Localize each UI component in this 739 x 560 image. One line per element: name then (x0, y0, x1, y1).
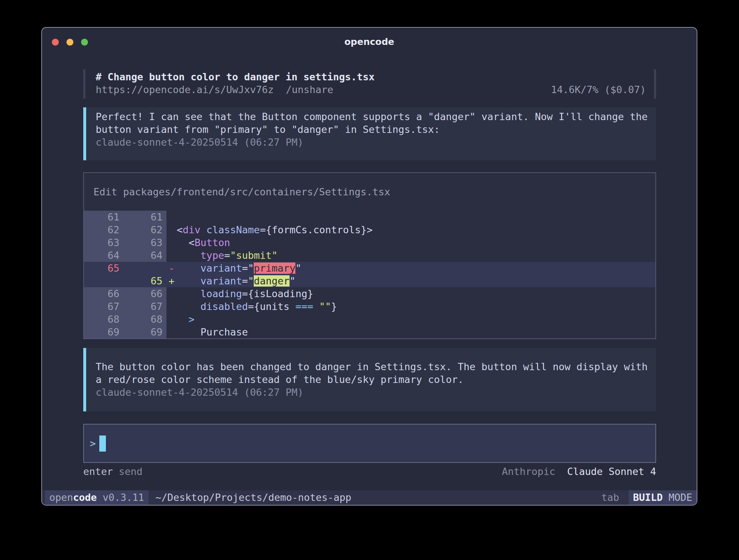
diff-new-line-number: 63 (125, 236, 166, 249)
diff-change-marker (166, 326, 177, 338)
unshare-command[interactable]: /unshare (286, 83, 333, 96)
diff-change-marker (166, 223, 177, 236)
code-token: primary (254, 262, 295, 274)
session-header: # Change button color to danger in setti… (83, 69, 656, 99)
assistant-message: The button color has been changed to dan… (83, 348, 656, 411)
message-line: The button color has been changed to dan… (96, 360, 649, 373)
diff-old-line-number: 62 (84, 223, 125, 236)
window-titlebar: opencode (42, 28, 697, 69)
diff-code-line: <Button (177, 236, 655, 249)
diff-row: 6767 disabled={units === ""} (84, 300, 655, 313)
diff-new-line-number (125, 262, 166, 275)
diff-row: 6969 Purchase (84, 326, 655, 338)
diff-code-line: type="submit" (177, 249, 655, 262)
code-token (313, 301, 319, 312)
code-token (177, 314, 189, 325)
model-indicator: Anthropic Claude Sonnet 4 (502, 465, 656, 478)
send-action-hint: send (119, 465, 142, 478)
code-token: Button (195, 237, 230, 248)
diff-change-marker (166, 300, 177, 313)
message-model-timestamp: claude-sonnet-4-20250514 (06:27 PM) (96, 136, 649, 149)
diff-old-line-number: 68 (84, 313, 125, 326)
model-name: Claude Sonnet 4 (567, 466, 656, 477)
diff-row: 65+ variant="danger" (84, 275, 655, 287)
message-line: button variant from "primary" to "danger… (96, 123, 649, 136)
code-token: div (183, 224, 200, 235)
code-token: loading (200, 288, 242, 299)
share-url-link[interactable]: https://opencode.ai/s/UwJxv76z (96, 83, 274, 96)
hint-bar: enter send Anthropic Claude Sonnet 4 (83, 465, 656, 478)
code-token (177, 262, 200, 274)
diff-old-line-number: 65 (84, 262, 125, 275)
diff-new-line-number: 66 (125, 287, 166, 300)
mode-label-bold: BUILD (633, 492, 663, 503)
diff-old-line-number: 69 (84, 326, 125, 338)
diff-code-line: > (177, 313, 655, 326)
diff-row: 6161 (84, 211, 655, 223)
code-token (177, 250, 200, 261)
diff-new-line-number: 69 (125, 326, 166, 338)
code-token: Purchase (177, 326, 248, 338)
diff-old-line-number: 66 (84, 287, 125, 300)
diff-file-header: Edit packages/frontend/src/containers/Se… (84, 173, 655, 211)
window-title: opencode (42, 37, 697, 47)
message-line: a red/rose color scheme instead of the b… (96, 373, 649, 386)
enter-key-hint: enter (83, 465, 113, 478)
diff-old-line-number: 64 (84, 249, 125, 262)
code-token: } (331, 301, 337, 312)
token-usage-cost: 14.6K/7% ($0.07) (551, 83, 646, 96)
tab-key-hint: tab (601, 490, 619, 505)
diff-change-marker (166, 249, 177, 262)
edit-diff-panel: Edit packages/frontend/src/containers/Se… (83, 172, 656, 339)
prompt-input[interactable]: > (83, 424, 656, 463)
code-token: =" (242, 262, 254, 274)
code-token (200, 224, 206, 235)
diff-code-line: loading={isLoading} (177, 287, 655, 300)
code-token: ={formCs.controls}> (260, 224, 373, 235)
diff-new-line-number: 61 (125, 211, 166, 223)
app-version-chip: opencodev0.3.11 (45, 490, 149, 505)
diff-row: 6868 > (84, 313, 655, 326)
diff-old-line-number: 63 (84, 236, 125, 249)
session-subline: https://opencode.ai/s/UwJxv76z /unshare … (96, 83, 646, 96)
statusbar-spacer (351, 490, 601, 505)
diff-new-line-number: 64 (125, 249, 166, 262)
code-token: type (200, 250, 224, 261)
diff-row: 65- variant="primary" (84, 262, 655, 275)
diff-row: 6666 loading={isLoading} (84, 287, 655, 300)
diff-new-line-number: 65 (125, 275, 166, 287)
diff-new-line-number: 62 (125, 223, 166, 236)
session-title: # Change button color to danger in setti… (96, 70, 646, 83)
code-token: > (189, 314, 195, 325)
app-name-bold: code (73, 492, 97, 503)
diff-code-line (177, 211, 655, 223)
code-token (177, 301, 200, 312)
code-token: " (295, 262, 301, 274)
code-token: variant (200, 262, 242, 274)
code-token: < (177, 237, 195, 248)
message-model-timestamp: claude-sonnet-4-20250514 (06:27 PM) (96, 386, 649, 399)
code-token: = (224, 250, 230, 261)
code-token: "" (319, 301, 331, 312)
diff-row: 6464 type="submit" (84, 249, 655, 262)
code-token: ={units (248, 301, 295, 312)
working-directory: ~/Desktop/Projects/demo-notes-app (156, 490, 351, 505)
diff-new-line-number: 67 (125, 300, 166, 313)
diff-change-marker: - (166, 262, 177, 275)
diff-change-marker: + (166, 275, 177, 287)
code-token: =" (242, 275, 254, 287)
code-token: === (295, 301, 313, 312)
code-token: variant (200, 275, 242, 287)
diff-code-line: disabled={units === ""} (177, 300, 655, 313)
diff-code-line: variant="danger" (177, 275, 655, 287)
code-token: className (206, 224, 260, 235)
code-token: < (177, 224, 183, 235)
code-token: "submit" (230, 250, 277, 261)
assistant-message: Perfect! I can see that the Button compo… (83, 107, 656, 160)
diff-code-line: <div className={formCs.controls}> (177, 223, 655, 236)
diff-change-marker (166, 236, 177, 249)
opencode-terminal-window: opencode # Change button color to danger… (41, 27, 697, 506)
diff-code-line: Purchase (177, 326, 655, 338)
diff-change-marker (166, 211, 177, 223)
diff-new-line-number: 68 (125, 313, 166, 326)
